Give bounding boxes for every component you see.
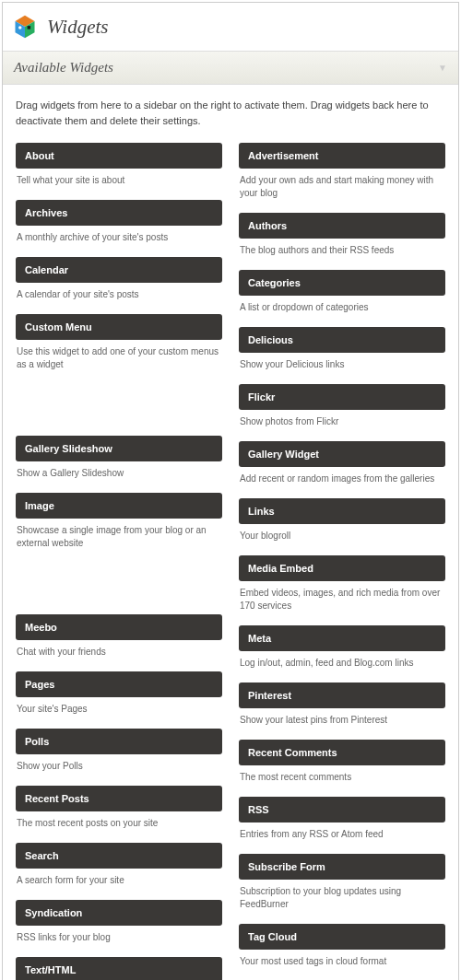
widget-block: Recent PostsThe most recent posts on you… (16, 786, 222, 830)
widget-block: Gallery SlideshowShow a Gallery Slidesho… (16, 436, 222, 480)
page-title: Widgets (47, 16, 109, 39)
widget-description: Entries from any RSS or Atom feed (239, 822, 445, 841)
widget-block: Subscribe FormSubscription to your blog … (239, 854, 445, 911)
panel-title: Available Widgets (14, 60, 113, 76)
widget-block: MetaLog in/out, admin, feed and Blog.com… (239, 625, 445, 670)
widget-header[interactable]: RSS (239, 797, 445, 822)
widget-block: RSSEntries from any RSS or Atom feed (239, 797, 445, 841)
widget-description: The most recent comments (239, 765, 445, 784)
panel-header[interactable]: Available Widgets ▼ (3, 52, 458, 85)
widget-header[interactable]: Recent Comments (239, 740, 445, 765)
widget-header[interactable]: Pages (16, 671, 222, 697)
widget-block: AboutTell what your site is about (16, 143, 222, 187)
widget-header[interactable]: Tag Cloud (239, 924, 445, 950)
widget-block: Tag CloudYour most used tags in cloud fo… (239, 924, 445, 968)
widget-header[interactable]: Recent Posts (16, 786, 222, 811)
spacer (16, 563, 222, 614)
widget-description: A search form for your site (16, 869, 222, 887)
widget-description: Log in/out, admin, feed and Blog.com lin… (239, 651, 445, 670)
panel-body: Drag widgets from here to a sidebar on t… (3, 85, 458, 980)
widget-header[interactable]: Meta (239, 625, 445, 651)
widget-header[interactable]: Subscribe Form (239, 854, 445, 880)
widget-description: Your most used tags in cloud format (239, 950, 445, 968)
svg-rect-4 (28, 26, 31, 29)
widget-header[interactable]: Flickr (239, 384, 445, 410)
widget-description: A monthly archive of your site's posts (16, 226, 222, 244)
widget-header[interactable]: Categories (239, 270, 445, 296)
logo-icon (12, 14, 38, 40)
widget-header[interactable]: About (16, 143, 222, 169)
widget-description: Add your own ads and start making money … (239, 169, 445, 200)
spacer (16, 384, 222, 436)
page-header: Widgets (3, 3, 458, 52)
widget-description: Your blogroll (239, 524, 445, 542)
widget-description: Show photos from Flickr (239, 410, 445, 428)
intro-text: Drag widgets from here to a sidebar on t… (16, 98, 445, 128)
widget-description: Show your Delicious links (239, 353, 445, 371)
widget-block: CategoriesA list or dropdown of categori… (239, 270, 445, 314)
widget-header[interactable]: Meebo (16, 614, 222, 640)
widget-header[interactable]: Calendar (16, 257, 222, 283)
widget-block: Text/HTMLArbitrary text or HTML (16, 957, 222, 980)
widget-header[interactable]: Delicious (239, 327, 445, 353)
widget-block: ImageShowcase a single image from your b… (16, 493, 222, 550)
widget-block: CalendarA calendar of your site's posts (16, 257, 222, 301)
widget-block: SyndicationRSS links for your blog (16, 900, 222, 944)
widget-header[interactable]: Custom Menu (16, 314, 222, 340)
widget-description: Show your Polls (16, 754, 222, 773)
widget-columns: AboutTell what your site is aboutArchive… (16, 143, 445, 980)
widget-header[interactable]: Text/HTML (16, 957, 222, 980)
widget-header[interactable]: Pinterest (239, 682, 445, 708)
widget-block: Recent CommentsThe most recent comments (239, 740, 445, 784)
widget-column-left: AboutTell what your site is aboutArchive… (16, 143, 222, 980)
widget-description: A list or dropdown of categories (239, 296, 445, 314)
widget-description: RSS links for your blog (16, 926, 222, 944)
page-container: Widgets Available Widgets ▼ Drag widgets… (2, 2, 459, 980)
widget-header[interactable]: Syndication (16, 900, 222, 926)
widget-description: The most recent posts on your site (16, 811, 222, 830)
widget-header[interactable]: Gallery Widget (239, 441, 445, 467)
widget-block: MeeboChat with your friends (16, 614, 222, 659)
widget-block: PagesYour site's Pages (16, 671, 222, 716)
widget-description: Tell what your site is about (16, 169, 222, 187)
widget-header[interactable]: Polls (16, 729, 222, 754)
widget-description: The blog authors and their RSS feeds (239, 239, 445, 257)
widget-column-right: AdvertisementAdd your own ads and start … (239, 143, 445, 980)
svg-point-3 (18, 26, 22, 29)
widget-block: ArchivesA monthly archive of your site's… (16, 200, 222, 244)
widget-header[interactable]: Authors (239, 213, 445, 239)
widget-block: Gallery WidgetAdd recent or random image… (239, 441, 445, 485)
widget-description: Show a Gallery Slideshow (16, 461, 222, 480)
widget-description: A calendar of your site's posts (16, 283, 222, 301)
widget-header[interactable]: Media Embed (239, 555, 445, 581)
widget-header[interactable]: Gallery Slideshow (16, 436, 222, 461)
widget-block: AuthorsThe blog authors and their RSS fe… (239, 213, 445, 257)
widget-description: Your site's Pages (16, 697, 222, 716)
widget-description: Add recent or random images from the gal… (239, 467, 445, 485)
widget-block: SearchA search form for your site (16, 843, 222, 887)
widget-description: Embed videos, images, and rich media fro… (239, 581, 445, 612)
widget-block: AdvertisementAdd your own ads and start … (239, 143, 445, 200)
widget-block: DeliciousShow your Delicious links (239, 327, 445, 371)
widget-header[interactable]: Search (16, 843, 222, 869)
widget-block: PollsShow your Polls (16, 729, 222, 773)
widget-header[interactable]: Image (16, 493, 222, 519)
widget-block: LinksYour blogroll (239, 498, 445, 542)
widget-header[interactable]: Advertisement (239, 143, 445, 169)
widget-description: Showcase a single image from your blog o… (16, 519, 222, 550)
widget-block: Media EmbedEmbed videos, images, and ric… (239, 555, 445, 612)
widget-description: Use this widget to add one of your custo… (16, 340, 222, 371)
widget-block: FlickrShow photos from Flickr (239, 384, 445, 428)
widget-block: PinterestShow your latest pins from Pint… (239, 682, 445, 727)
widget-block: Custom MenuUse this widget to add one of… (16, 314, 222, 371)
widget-description: Show your latest pins from Pinterest (239, 708, 445, 727)
widget-description: Subscription to your blog updates using … (239, 880, 445, 911)
widget-header[interactable]: Links (239, 498, 445, 524)
chevron-down-icon: ▼ (438, 63, 447, 73)
widget-header[interactable]: Archives (16, 200, 222, 226)
widget-description: Chat with your friends (16, 640, 222, 659)
